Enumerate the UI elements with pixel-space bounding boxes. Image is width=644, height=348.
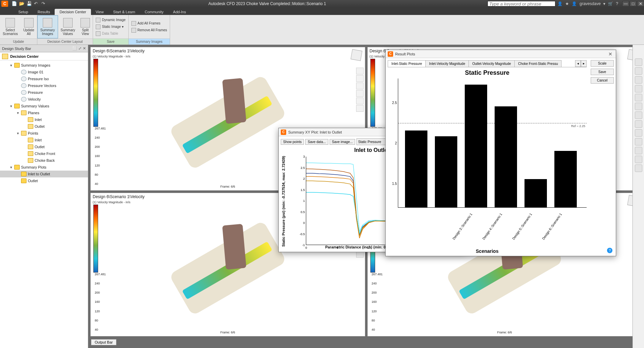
bar[interactable] [525,179,547,207]
close-button[interactable]: ✕ [637,1,644,6]
tool-fit-icon[interactable] [635,94,642,101]
qat-undo-icon[interactable]: ↶ [34,1,39,6]
ribbon-item-add-all-frames[interactable]: Add All Frames [131,20,167,27]
tool-a-icon[interactable] [635,111,642,119]
viewcube[interactable] [350,49,362,61]
bar[interactable] [405,130,427,207]
menu-tab-decision-center[interactable]: Decision Center [55,9,91,15]
minimize-button[interactable]: — [622,1,629,6]
bar[interactable] [554,151,577,207]
scale-button[interactable]: Scale [591,60,614,67]
save-image-button[interactable]: Save image... [330,139,355,145]
tab-scroll-left-icon[interactable]: ◂ [575,60,581,67]
show-points-button[interactable]: Show points [281,139,304,145]
cart-icon[interactable]: 🛒 [608,1,613,6]
tree-node-outlet[interactable]: Outlet [0,123,88,130]
tool-home-icon[interactable] [635,58,642,66]
ribbon-summary-values-button[interactable]: Summary Values [58,15,78,38]
menu-tab-add-ins[interactable]: Add-Ins [168,9,191,15]
output-bar-button[interactable]: Output Bar [91,339,116,345]
tree-node-inlet[interactable]: Inlet [0,137,88,143]
bar-chart-plot[interactable]: 1.522.5Ref = 2.25 [398,79,587,208]
nav-tool-icon[interactable] [356,90,364,97]
username-label[interactable]: gravesdave [579,1,601,6]
dialog-close-icon[interactable]: ✕ [607,51,614,57]
nav-tool-icon[interactable] [356,105,364,112]
help-icon[interactable]: ? [607,248,612,253]
user-icon[interactable]: 👤 [572,1,577,6]
tool-g-icon[interactable] [635,164,642,172]
signin-icon[interactable]: 👤 [557,1,563,6]
bar[interactable] [495,106,517,207]
dropdown-icon[interactable]: ▾ [603,1,605,6]
tool-e-icon[interactable] [635,147,642,154]
help-icon[interactable]: ? [616,1,618,6]
tree-node-pressure-iso[interactable]: Pressure Iso [0,75,88,82]
tree-node-planes[interactable]: ▾Planes [0,109,88,116]
qat-redo-icon[interactable]: ↷ [41,1,47,6]
tree-node-summary-images[interactable]: ▾Summary Images [0,62,88,69]
bar[interactable] [435,136,457,207]
tool-pan-icon[interactable] [635,67,642,75]
nav-tool-icon[interactable] [356,98,364,104]
menu-tab-community[interactable]: Community [140,9,168,15]
ribbon-split-view-button[interactable]: Split View [78,15,93,38]
tree-node-velocity[interactable]: Velocity [0,96,88,103]
maximize-button[interactable]: □ [630,1,637,6]
tree-node-outlet[interactable]: Outlet [0,143,88,150]
app-icon[interactable]: C [1,1,8,7]
ribbon-summary-images-button[interactable]: Summary Images [37,15,58,38]
nav-tool-icon[interactable] [356,68,364,74]
help-search-input[interactable] [487,1,555,6]
tab-scroll-right-icon[interactable]: ▸ [581,60,587,67]
tree-node-summary-values[interactable]: ▾Summary Values [0,103,88,109]
tree-node-points[interactable]: ▾Points [0,130,88,137]
tool-zoom-icon[interactable] [635,85,642,92]
tool-clipboard-icon[interactable] [635,103,642,110]
tree-node-pressure-vectors[interactable]: Pressure Vectors [0,82,88,89]
favorite-icon[interactable]: ★ [565,1,569,6]
result-tab-choke-front-static-pressu[interactable]: Choke Front-Static Pressu [514,60,562,67]
menu-tab-start-learn[interactable]: Start & Learn [108,9,140,15]
tool-b-icon[interactable] [635,120,642,128]
bar[interactable] [465,85,487,207]
tree-root[interactable]: Decision Center [0,52,88,60]
tree-node-pressure[interactable]: Pressure [0,89,88,96]
ribbon-item-static-image-[interactable]: Static Image ▾ [96,24,125,30]
menu-tab-view[interactable]: View [91,9,109,15]
tree-node-inlet[interactable]: Inlet [0,116,88,123]
menu-tab-setup[interactable]: Setup [14,9,33,15]
tree-node-choke-front[interactable]: Choke Front [0,150,88,157]
result-tab-outlet-velocity-magnitude[interactable]: Outlet-Velocity Magnitude [468,60,515,67]
save-data-button[interactable]: Save data... [305,139,328,145]
tree-node-outlet[interactable]: Outlet [0,177,88,184]
tree-node-choke-back[interactable]: Choke Back [0,157,88,164]
tool-c-icon[interactable] [635,129,642,137]
ribbon-update-all-button[interactable]: Update All [20,15,37,38]
dialog-titlebar[interactable]: C Result Plots ✕ [386,50,616,58]
tree-node-image-01[interactable]: Image 01 [0,69,88,75]
qat-open-icon[interactable]: 📂 [19,1,24,6]
panel-popout-icon[interactable]: ⤢ [78,46,81,51]
save-button[interactable]: Save [591,69,614,75]
ribbon-select-scenarios-button[interactable]: Select Scenarios [0,15,20,38]
nav-tool-icon[interactable] [356,83,364,89]
tool-f-icon[interactable] [635,156,642,163]
y-tick: 2 [296,177,305,180]
ribbon-item-remove-all-frames[interactable]: Remove All Frames [131,27,167,33]
nav-tool-icon[interactable] [356,75,364,82]
tree-node-summary-plots[interactable]: ▾Summary Plots [0,164,88,171]
tool-d-icon[interactable] [635,138,642,145]
cancel-button[interactable]: Cancel [591,77,614,84]
panel-close-icon[interactable]: ✕ [83,46,86,51]
qat-new-icon[interactable]: 📄 [12,1,17,6]
ribbon-item-dynamic-image[interactable]: Dynamic Image [96,17,125,23]
menu-tab-results[interactable]: Results [33,9,55,15]
x-label: Design 4::Scenario 1 [482,212,503,240]
panel-pin-icon[interactable]: ⬜ [72,46,77,51]
result-tab-inlet-velocity-magnitude[interactable]: Inlet-Velocity Magnitude [425,60,469,67]
result-tab-inlet-static-pressure[interactable]: Inlet-Static Pressure [388,60,426,67]
tool-orbit-icon[interactable] [635,76,642,84]
tree-node-inlet-to-outlet[interactable]: Inlet to Outlet [0,171,88,177]
qat-save-icon[interactable]: 💾 [26,1,32,6]
